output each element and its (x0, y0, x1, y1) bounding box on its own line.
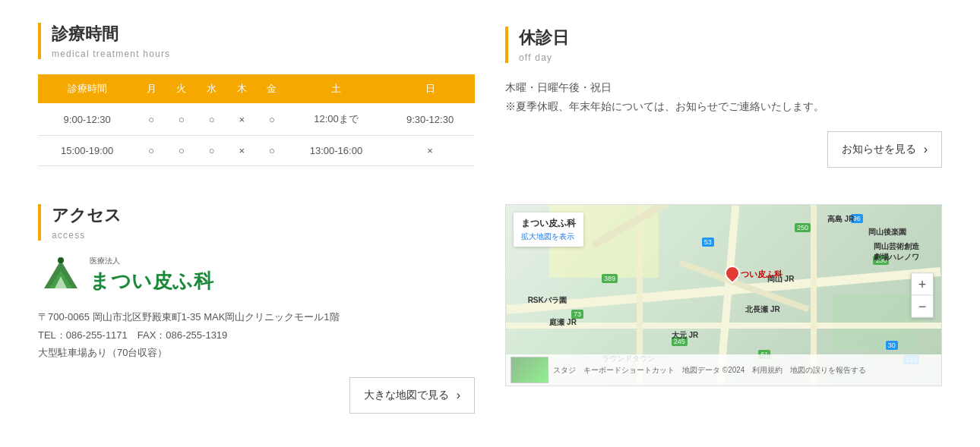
map-label-art: 岡山芸術創造劇場ハレノワ (874, 241, 919, 263)
cell-wed-1: ○ (197, 103, 227, 136)
map-footer-text: スタジ キーボードショートカット 地図データ ©2024 利用規約 地図の誤りを… (553, 365, 866, 376)
map-label-kitalase: 北長瀬 JR (745, 304, 780, 315)
col-header-time: 診療時間 (38, 74, 136, 103)
access-tel-fax: TEL：086-255-1171 FAX：086-255-1319 (38, 326, 475, 344)
access-section: アクセス access 医療法人 まつい皮ふ科 〒700-0065 岡山市北区野… (38, 204, 475, 413)
access-title-text: アクセス access (52, 204, 122, 241)
notice-button-label: お知らせを見る (842, 143, 916, 156)
clinic-name-small: 医療法人 (90, 256, 213, 266)
off-day-description: 木曜・日曜午後・祝日 ※夏季休暇、年末年始については、お知らせでご連絡いたします… (505, 78, 942, 168)
section-border-accent (38, 23, 41, 59)
cell-tue-2: ○ (166, 136, 197, 166)
cell-time-2: 15:00-19:00 (38, 136, 136, 166)
map-zoom-controls: + − (911, 273, 934, 318)
cell-thu-2: × (226, 136, 257, 166)
col-header-mon: 月 (136, 74, 166, 103)
off-day-line-1: 木曜・日曜午後・祝日 (505, 78, 942, 97)
cell-tue-1: ○ (166, 103, 197, 136)
cell-wed-2: ○ (197, 136, 227, 166)
notice-button-arrow-icon: › (924, 143, 928, 156)
treatment-hours-title-text: 診療時間 medical treatment hours (52, 23, 170, 59)
treatment-hours-title-block: 診療時間 medical treatment hours (38, 23, 475, 59)
big-map-button[interactable]: 大きな地図で見る › (349, 377, 475, 414)
map-footer: スタジ キーボードショートカット 地図データ ©2024 利用規約 地図の誤りを… (506, 354, 941, 386)
access-subtitle: access (52, 230, 122, 241)
access-title: アクセス (52, 204, 122, 227)
map-label-daigen: 大元 JR (672, 330, 699, 341)
cell-sat-1: 12:00まで (287, 103, 385, 136)
schedule-table: 診療時間 月 火 水 木 金 土 日 9:00-12:30 ○ ○ ○ × (38, 74, 475, 166)
map-section: 389 73 53 96 250 180 245 61 30 213 橋架遺跡 … (505, 204, 942, 413)
off-day-subtitle: off day (519, 52, 569, 63)
route-number-3: 53 (702, 238, 714, 247)
route-number-1: 389 (602, 274, 618, 283)
route-number-9: 30 (886, 341, 898, 350)
big-map-button-label: 大きな地図で見る (364, 389, 449, 402)
map-container[interactable]: 389 73 53 96 250 180 245 61 30 213 橋架遺跡 … (505, 204, 942, 386)
col-header-thu: 木 (226, 74, 257, 103)
col-header-tue: 火 (166, 74, 197, 103)
access-info: 〒700-0065 岡山市北区野殿東町1-35 MAK岡山クリニックモール1階 … (38, 308, 475, 413)
map-label-korakuen: 岡山後楽園 (868, 227, 906, 238)
map-pin-marker (725, 266, 740, 281)
map-thumbnail (511, 357, 548, 383)
map-label-rsk: RSKバラ園 (528, 295, 567, 306)
table-row: 9:00-12:30 ○ ○ ○ × ○ 12:00まで 9:30-12:30 (38, 103, 475, 136)
cell-sun-2: × (385, 136, 475, 166)
off-day-title-block: 休診日 off day (505, 27, 942, 63)
map-label-clinic-name: まつい皮ふ科 (521, 217, 576, 230)
table-row: 15:00-19:00 ○ ○ ○ × ○ 13:00-16:00 × (38, 136, 475, 166)
cell-sat-2: 13:00-16:00 (287, 136, 385, 166)
clinic-logo: 医療法人 まつい皮ふ科 (38, 256, 475, 294)
map-placeholder: 389 73 53 96 250 180 245 61 30 213 橋架遺跡 … (506, 205, 941, 386)
map-label-niwase: 庭瀬 JR (549, 317, 577, 328)
cell-sun-1: 9:30-12:30 (385, 103, 475, 136)
off-day-section: 休診日 off day 木曜・日曜午後・祝日 ※夏季休暇、年末年始については、お… (505, 23, 942, 174)
section-border-accent-2 (505, 27, 508, 63)
section-border-accent-3 (38, 204, 41, 241)
cell-time-1: 9:00-12:30 (38, 103, 136, 136)
col-header-sat: 土 (287, 74, 385, 103)
clinic-name-block: 医療法人 まつい皮ふ科 (90, 256, 213, 294)
off-day-title: 休診日 (519, 27, 569, 49)
notice-button[interactable]: お知らせを見る › (827, 131, 942, 168)
route-number-5: 250 (795, 223, 811, 232)
clinic-name-main: まつい皮ふ科 (90, 268, 213, 294)
off-day-title-text: 休診日 off day (519, 27, 569, 63)
map-enlarge-link[interactable]: 拡大地図を表示 (521, 231, 576, 242)
table-header-row: 診療時間 月 火 水 木 金 土 日 (38, 74, 475, 103)
map-info-label: まつい皮ふ科 拡大地図を表示 (514, 212, 583, 247)
treatment-hours-title: 診療時間 (52, 23, 170, 46)
access-parking: 大型駐車場あり（70台収容） (38, 344, 475, 361)
col-header-fri: 金 (257, 74, 287, 103)
cell-fri-1: ○ (257, 103, 287, 136)
map-zoom-in-button[interactable]: + (912, 274, 933, 295)
map-zoom-out-button[interactable]: − (912, 296, 933, 317)
treatment-hours-section: 診療時間 medical treatment hours 診療時間 月 火 水 … (38, 23, 475, 174)
cell-thu-1: × (226, 103, 257, 136)
svg-point-2 (58, 257, 64, 263)
map-pin-circle (722, 263, 743, 284)
access-title-block: アクセス access (38, 204, 475, 241)
col-header-sun: 日 (385, 74, 475, 103)
map-label-takahashi: 高島 JR (827, 214, 855, 225)
col-header-wed: 水 (197, 74, 227, 103)
big-map-arrow-icon: › (457, 389, 460, 402)
clinic-logo-icon (38, 257, 84, 294)
cell-mon-1: ○ (136, 103, 166, 136)
access-address: 〒700-0065 岡山市北区野殿東町1-35 MAK岡山クリニックモール1階 (38, 308, 475, 326)
cell-fri-2: ○ (257, 136, 287, 166)
treatment-hours-subtitle: medical treatment hours (52, 49, 170, 59)
cell-mon-2: ○ (136, 136, 166, 166)
off-day-line-2: ※夏季休暇、年末年始については、お知らせでご連絡いたします。 (505, 97, 942, 116)
